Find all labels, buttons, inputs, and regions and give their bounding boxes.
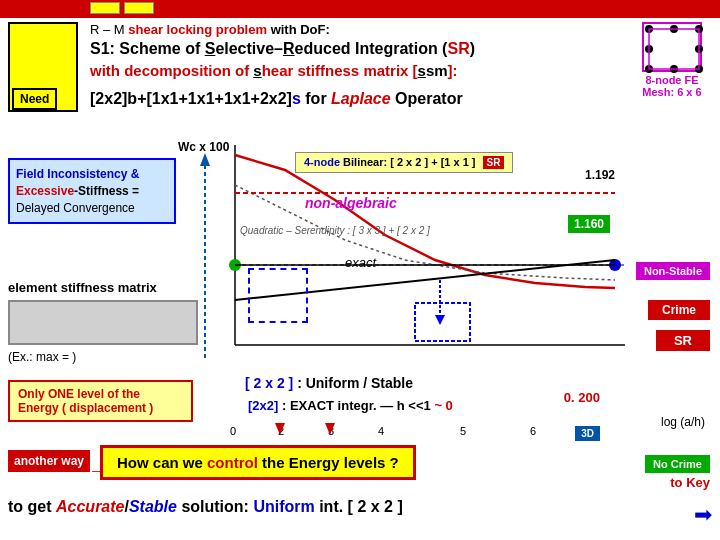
axis-triangles — [220, 415, 620, 440]
svg-marker-23 — [200, 153, 210, 166]
quad-ser-label: Quadratic – Serendipity : [ 3 x 3 ] + [ … — [240, 225, 430, 236]
uniform-text: Uniform — [253, 498, 314, 515]
non-algebraic-label: non-algebraic — [305, 195, 397, 211]
uniform-label: [ 2 x 2 ] : Uniform / Stable — [245, 375, 413, 391]
to-key-label: to Key — [670, 475, 710, 490]
exact-label: exact — [345, 255, 376, 270]
how-can-box: How can we control the Energy levels ? — [100, 445, 416, 480]
svg-marker-18 — [435, 315, 445, 325]
fe-label: 8-node FE — [632, 74, 712, 86]
sr-text: SR — [447, 40, 469, 57]
need-label: Need — [12, 88, 57, 110]
field-inconsistency-box: Field Inconsistency & Excessive-Stiffnes… — [8, 158, 176, 224]
bottom-text: to get Accurate/Stable solution: Uniform… — [8, 498, 403, 516]
top-yellow-boxes — [90, 2, 154, 14]
sm-text: sm — [426, 62, 448, 79]
svg-marker-21 — [325, 423, 335, 435]
to-get-text: to get — [8, 498, 56, 515]
title-s1: S1: Scheme of Selective–Reduced Integrat… — [90, 40, 475, 58]
reduced-text: R — [283, 40, 295, 57]
selective-text: S — [205, 40, 216, 57]
crime-badge: Crime — [648, 300, 710, 320]
dashed-rect — [248, 268, 308, 323]
stable-text: Stable — [129, 498, 177, 515]
svg-rect-19 — [415, 303, 470, 341]
bracket-u: [ 2 x 2 ] — [348, 498, 403, 515]
excessive-text: Excessive — [16, 184, 74, 198]
two2-text: [2x2] — [248, 398, 278, 413]
val-0200: 0. 200 — [564, 390, 600, 405]
elem-stiff-label: element stiffness matrix — [8, 280, 157, 295]
ex-max-label: (Ex.: max = ) — [8, 350, 76, 364]
no-crime-badge: No Crime — [645, 455, 710, 473]
dof-text: with DoF: — [267, 22, 330, 37]
mesh-label: Mesh: 6 x 6 — [632, 86, 712, 98]
matrix-box — [8, 300, 198, 345]
laplace-text: Laplace — [331, 90, 391, 107]
fe-box: 8-node FE Mesh: 6 x 6 — [632, 22, 712, 98]
formula-main: [2x2]b+[1x1+1x1+1x1+2x2]s for Laplace Op… — [90, 90, 463, 108]
svg-rect-8 — [649, 29, 699, 69]
rm-text: R – M — [90, 22, 128, 37]
fi-title: Field Inconsistency & — [16, 167, 139, 181]
accurate-text: Accurate — [56, 498, 124, 515]
title-decomp: with decomposition of shear stiffness ma… — [90, 62, 458, 79]
int-text: int. — [315, 498, 348, 515]
vertical-arrow — [195, 148, 215, 378]
non-stable-badge: Non-Stable — [636, 262, 710, 280]
control-text: control — [207, 454, 258, 471]
bracket-uniform: [ 2 x 2 ] — [245, 375, 293, 391]
another-way-box: another way — [8, 450, 90, 472]
fe-diagram-svg — [644, 24, 704, 74]
val-1160: 1.160 — [568, 215, 610, 233]
badge-3d: 3D — [575, 426, 600, 441]
slide: Need R – M shear locking problem with Do… — [0, 0, 720, 540]
node4-text: 4-node — [304, 156, 340, 168]
one-level-box: Only ONE level of the Energy ( displacem… — [8, 380, 193, 422]
approx-text: ~ 0 — [434, 398, 452, 413]
exact-int-label: [2x2] : EXACT integr. — h <<1 ~ 0 — [248, 398, 453, 413]
suffix-text: solution: — [177, 498, 253, 515]
arrow-right-bottom: ➡ — [694, 502, 712, 528]
sr-badge-right: SR — [656, 330, 710, 351]
val-1192: 1.192 — [585, 168, 615, 182]
fe-node-diagram — [642, 22, 702, 72]
stiffness-text: -Stiffness = — [74, 184, 139, 198]
svg-marker-20 — [275, 423, 285, 435]
s-letter: s — [292, 90, 301, 107]
shear-locking-text: shear locking problem — [128, 22, 267, 37]
yellow-box-1 — [90, 2, 120, 14]
delayed-text: Delayed Convergence — [16, 201, 135, 215]
bilinear-box: 4-node Bilinear: [ 2 x 2 ] + [1 x 1 ] SR — [295, 152, 513, 173]
shear-underline: s — [253, 62, 261, 79]
yellow-box-2 — [124, 2, 154, 14]
sr-badge-bilinear: SR — [483, 156, 505, 169]
title-rm: R – M shear locking problem with DoF: — [90, 22, 330, 37]
ssm-text: s — [418, 62, 426, 79]
log-label: log (a/h) — [661, 415, 705, 429]
